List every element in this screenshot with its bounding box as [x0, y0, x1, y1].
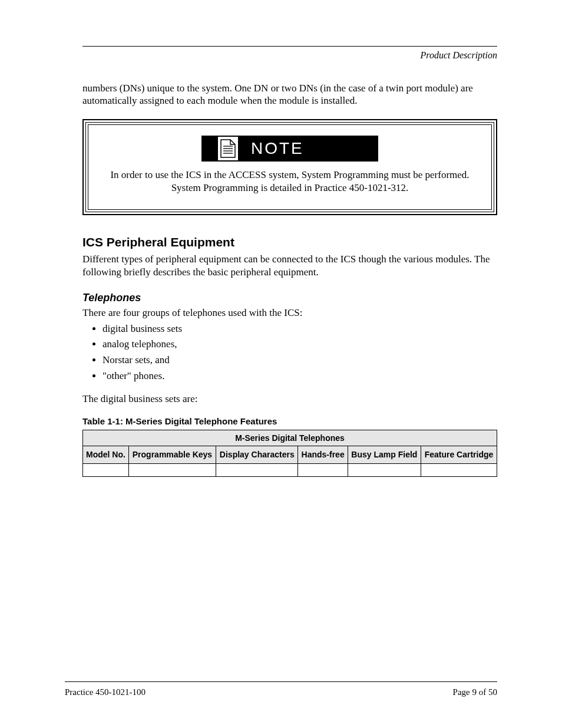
- note-box-inner: NOTE In order to use the ICS in the ACCE…: [88, 124, 492, 210]
- page-footer: Practice 450-1021-100 Page 9 of 50: [65, 687, 497, 697]
- footer-rule: [65, 681, 497, 682]
- table-cell: [83, 464, 129, 477]
- footer-right: Page 9 of 50: [453, 687, 497, 697]
- digital-sets-intro: The digital business sets are:: [82, 393, 497, 406]
- note-box: NOTE In order to use the ICS in the ACCE…: [82, 119, 497, 216]
- note-banner: NOTE: [201, 136, 378, 162]
- subsection-heading: Telephones: [82, 292, 497, 304]
- table-cell: [128, 464, 216, 477]
- telephones-intro: There are four groups of telephones used…: [82, 307, 497, 319]
- table-row: [83, 464, 497, 477]
- table-cell: [216, 464, 298, 477]
- col-header: Feature Cartridge: [421, 446, 497, 464]
- col-header: Display Characters: [216, 446, 298, 464]
- table-caption: Table 1-1: M-Series Digital Telephone Fe…: [82, 416, 497, 426]
- intro-paragraph: numbers (DNs) unique to the system. One …: [82, 82, 497, 107]
- col-header: Programmable Keys: [128, 446, 216, 464]
- telephone-groups-list: digital business sets analog telephones,…: [82, 322, 497, 384]
- col-header: Model No.: [83, 446, 129, 464]
- table-cell: [421, 464, 497, 477]
- spec-table: M-Series Digital Telephones Model No. Pr…: [82, 430, 497, 477]
- list-item: "other" phones.: [103, 369, 497, 384]
- col-header: Hands-free: [298, 446, 348, 464]
- document-icon: [218, 137, 238, 160]
- section-text: Different types of peripheral equipment …: [82, 253, 497, 279]
- note-box-mid: NOTE In order to use the ICS in the ACCE…: [85, 122, 494, 213]
- table-cell: [298, 464, 348, 477]
- running-title: Product Description: [82, 50, 497, 61]
- list-item: Norstar sets, and: [103, 353, 497, 368]
- note-text: In order to use the ICS in the ACCESS sy…: [98, 169, 482, 196]
- col-header: Busy Lamp Field: [348, 446, 421, 464]
- header-rule: [82, 46, 497, 47]
- table-cell: [348, 464, 421, 477]
- list-item: digital business sets: [103, 322, 497, 337]
- section-heading: ICS Peripheral Equipment: [82, 235, 497, 249]
- table-title: M-Series Digital Telephones: [83, 430, 497, 446]
- note-label: NOTE: [251, 139, 304, 158]
- footer-left: Practice 450-1021-100: [65, 687, 146, 697]
- list-item: analog telephones,: [103, 337, 497, 352]
